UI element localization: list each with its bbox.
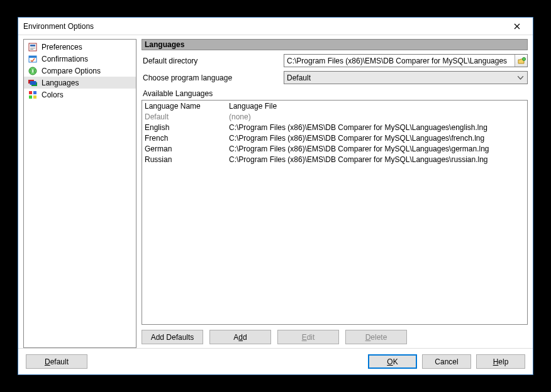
available-languages-label: Available Languages	[142, 89, 528, 98]
close-icon	[514, 23, 520, 30]
sidebar-item-label: Languages	[42, 79, 79, 87]
default-directory-input[interactable]	[284, 55, 515, 67]
chevron-down-icon	[516, 72, 525, 84]
default-button[interactable]: Default	[26, 354, 87, 369]
choose-language-combo[interactable]: Default	[284, 71, 528, 84]
colors-icon	[28, 90, 38, 100]
sidebar-item-label: Preferences	[42, 43, 82, 52]
sidebar-item-colors[interactable]: Colors	[24, 89, 136, 101]
sidebar-item-label: Compare Options	[42, 67, 101, 75]
browse-directory-button[interactable]	[515, 55, 527, 67]
table-row[interactable]: English C:\Program Files (x86)\EMS\DB Co…	[142, 122, 527, 133]
sidebar-item-confirmations[interactable]: Confirmations	[24, 53, 136, 65]
svg-rect-10	[29, 91, 32, 94]
choose-language-row: Choose program language Default	[142, 71, 528, 84]
compare-icon	[28, 66, 38, 76]
cell-file: C:\Program Files (x86)\EMS\DB Comparer f…	[229, 155, 527, 164]
column-language-name: Language Name	[145, 102, 229, 111]
table-row[interactable]: Russian C:\Program Files (x86)\EMS\DB Co…	[142, 154, 527, 165]
cell-name: English	[145, 123, 229, 132]
delete-button: Delete	[345, 330, 407, 344]
window-title: Environment Options	[23, 22, 506, 31]
cell-name: German	[145, 144, 229, 153]
table-row[interactable]: Default (none)	[142, 111, 527, 122]
confirmations-icon	[28, 54, 38, 64]
choose-language-value: Default	[287, 74, 516, 82]
languages-grid[interactable]: Language Name Language File Default (non…	[142, 100, 528, 325]
table-row[interactable]: German C:\Program Files (x86)\EMS\DB Com…	[142, 143, 527, 154]
sidebar-item-languages[interactable]: Languages	[24, 77, 136, 89]
cell-file: (none)	[229, 112, 527, 121]
edit-button: Edit	[277, 330, 339, 344]
languages-icon	[28, 78, 38, 88]
svg-rect-1	[30, 45, 35, 46]
grid-header: Language Name Language File	[142, 101, 527, 111]
cell-file: C:\Program Files (x86)\EMS\DB Comparer f…	[229, 144, 527, 153]
svg-rect-3	[30, 49, 33, 50]
cancel-button[interactable]: Cancel	[422, 354, 471, 369]
svg-rect-0	[29, 43, 36, 51]
preferences-icon	[28, 42, 38, 52]
cell-file: C:\Program Files (x86)\EMS\DB Comparer f…	[229, 123, 527, 132]
dialog-body: Preferences Confirmations Compare Option…	[18, 35, 533, 348]
add-button[interactable]: Add	[209, 330, 271, 344]
svg-rect-13	[33, 95, 36, 99]
sidebar-item-preferences[interactable]: Preferences	[24, 41, 136, 53]
choose-language-label: Choose program language	[142, 74, 280, 82]
cell-name: Russian	[145, 155, 229, 164]
sidebar-item-label: Confirmations	[42, 55, 88, 63]
svg-rect-9	[30, 81, 36, 85]
cell-name: Default	[145, 112, 229, 121]
svg-rect-2	[30, 48, 35, 48]
close-button[interactable]	[506, 20, 528, 33]
section-header: Languages	[142, 39, 528, 50]
add-defaults-button[interactable]: Add Defaults	[142, 330, 203, 344]
sidebar-item-compare-options[interactable]: Compare Options	[24, 65, 136, 77]
default-directory-label: Default directory	[142, 57, 280, 65]
svg-rect-12	[29, 95, 32, 99]
dialog-window: Environment Options Preferences Confirma…	[18, 17, 533, 375]
svg-rect-5	[29, 56, 36, 58]
help-button[interactable]: Help	[476, 354, 525, 369]
main-panel: Languages Default directory Choose progr…	[142, 39, 528, 348]
default-directory-row: Default directory	[142, 54, 528, 67]
sidebar: Preferences Confirmations Compare Option…	[23, 39, 136, 348]
default-directory-field	[284, 54, 528, 67]
svg-point-14	[522, 57, 525, 60]
titlebar: Environment Options	[18, 18, 533, 35]
table-row[interactable]: French C:\Program Files (x86)\EMS\DB Com…	[142, 133, 527, 143]
svg-rect-11	[33, 91, 36, 94]
sidebar-item-label: Colors	[42, 90, 64, 99]
folder-open-icon	[517, 57, 526, 65]
grid-button-row: Add Defaults Add Edit Delete	[142, 330, 528, 344]
ok-button[interactable]: OK	[368, 354, 417, 369]
cell-file: C:\Program Files (x86)\EMS\DB Comparer f…	[229, 134, 527, 143]
cell-name: French	[145, 134, 229, 143]
column-language-file: Language File	[229, 102, 527, 111]
dialog-footer: Default OK Cancel Help	[18, 348, 533, 374]
